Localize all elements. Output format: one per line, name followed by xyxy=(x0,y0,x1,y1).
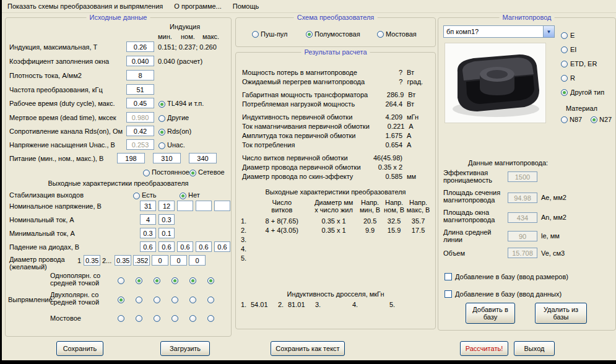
rds-on-label: Сопротивление канала Rds(on), Ом xyxy=(9,128,123,135)
radio-usat[interactable] xyxy=(158,142,165,149)
wire-diam-2-input[interactable] xyxy=(115,255,131,266)
source-data-group: Исходные данные Индукция мин. ном. макс.… xyxy=(5,17,232,337)
row-num: 3. xyxy=(241,236,253,243)
radio-half-bridge-label: Полумостовая xyxy=(315,30,360,38)
radio-core-type-etd-er[interactable] xyxy=(561,61,568,67)
checkbox-add-by-data[interactable] xyxy=(445,290,452,298)
checkbox-add-by-dimensions[interactable] xyxy=(445,273,452,280)
outputs-header: Выходные характеристики преобразователя xyxy=(6,180,231,187)
radio-rect-bridge-ch2[interactable] xyxy=(136,315,142,322)
radio-stab-no[interactable] xyxy=(180,193,186,199)
radio-other-controllers[interactable] xyxy=(158,115,165,122)
radio-core-type-ei[interactable] xyxy=(561,46,568,53)
radio-rect-unipolar-ch1[interactable] xyxy=(118,277,124,284)
radio-rect-unipolar-ch5[interactable] xyxy=(189,277,196,284)
delete-from-database-button[interactable]: Удалить из базы xyxy=(535,303,587,324)
wire-diam-3-input[interactable] xyxy=(133,255,150,266)
radio-rect-bipolar-ch1[interactable] xyxy=(118,297,124,303)
radio-rect-unipolar-ch4[interactable] xyxy=(171,277,178,284)
radio-material-n87[interactable] xyxy=(561,116,568,123)
wire-diam-4-input[interactable] xyxy=(152,255,168,266)
radio-rect-bipolar-ch4[interactable] xyxy=(171,297,178,303)
voltage-ch1-input[interactable] xyxy=(140,201,156,211)
load-button[interactable]: Загрузить xyxy=(160,341,210,356)
result-label: Мощность потерь в магнитопроводе xyxy=(242,69,364,76)
current-density-input[interactable] xyxy=(126,70,154,80)
radio-material-n27[interactable] xyxy=(591,116,597,123)
menu-item-show-schemes[interactable]: Показать схемы преобразования и выпрямле… xyxy=(2,1,168,12)
supply-min-input[interactable] xyxy=(117,153,145,163)
menu-item-about[interactable]: О программе... xyxy=(168,1,227,12)
supply-nom-input[interactable] xyxy=(153,153,181,163)
fill-factor-calc: 0.040 (расчет) xyxy=(158,58,202,65)
wire-diam-6-input[interactable] xyxy=(189,255,206,266)
result-label: Число витков первичной обмотки xyxy=(242,154,364,162)
wire-diam-5-input[interactable] xyxy=(170,255,187,266)
current-ch1-input[interactable] xyxy=(140,214,156,225)
core-select-combo[interactable]: бп комп1? ▼ xyxy=(443,25,555,38)
bmax-input[interactable] xyxy=(126,41,154,52)
radio-rect-bridge-ch1[interactable] xyxy=(118,315,124,322)
min-current-ch2-input[interactable] xyxy=(158,228,175,238)
combo-dropdown-arrow-icon[interactable]: ▼ xyxy=(543,26,554,37)
output-table-header-2: витковх число жилмин, Вном, Вмакс, В xyxy=(241,206,432,214)
radio-core-type-other[interactable] xyxy=(561,89,568,96)
exit-button[interactable]: Выход xyxy=(514,341,555,356)
radio-full-bridge-label: Мостовая xyxy=(386,30,417,38)
results-group: Результаты расчета Мощность потерь в маг… xyxy=(235,52,436,329)
permeability-label: Эффективная проницаемость xyxy=(443,169,505,184)
radio-core-type-r[interactable] xyxy=(561,75,568,82)
voltage-ch3-input[interactable] xyxy=(177,201,193,211)
add-to-database-button[interactable]: Добавить в базу xyxy=(466,303,515,324)
min-current-ch1-input[interactable] xyxy=(140,228,156,238)
radio-tl494[interactable] xyxy=(158,101,165,108)
radio-half-bridge[interactable] xyxy=(306,31,313,38)
radio-stab-yes[interactable] xyxy=(133,193,140,199)
radio-core-type-e[interactable] xyxy=(561,32,568,39)
voltage-ch4-input[interactable] xyxy=(196,201,212,211)
diode-drop-ch4-input[interactable] xyxy=(196,241,212,252)
rds-on-input[interactable] xyxy=(126,126,154,136)
fill-factor-input[interactable] xyxy=(126,56,154,66)
radio-rect-unipolar-ch2[interactable] xyxy=(136,277,142,284)
diode-drop-ch5-input[interactable] xyxy=(214,241,230,252)
result-value: 4.209 xyxy=(364,113,402,121)
radio-supply-mains[interactable] xyxy=(189,170,196,176)
result-value: ? xyxy=(365,78,402,85)
material-label: Материал xyxy=(566,105,597,112)
result-unit: Вт xyxy=(402,100,430,108)
radio-rect-bridge-ch5[interactable] xyxy=(189,315,196,322)
diode-drop-ch2-input[interactable] xyxy=(158,241,175,252)
radio-rds-on[interactable] xyxy=(158,129,165,136)
radio-rect-bipolar-ch3[interactable] xyxy=(154,297,160,303)
frequency-input[interactable] xyxy=(126,84,154,95)
result-unit: А xyxy=(404,123,430,130)
current-ch2-input[interactable] xyxy=(158,214,175,225)
radio-full-bridge[interactable] xyxy=(377,31,384,38)
radio-rect-bridge-ch6[interactable] xyxy=(207,315,214,322)
supply-max-input[interactable] xyxy=(189,153,217,163)
menu-item-help[interactable]: Помощь xyxy=(227,1,265,12)
radio-rect-unipolar-ch6[interactable] xyxy=(207,277,214,284)
save-button[interactable]: Сохранить xyxy=(56,341,103,356)
radio-rect-bipolar-ch2[interactable] xyxy=(136,297,142,303)
voltage-ch2-input[interactable] xyxy=(158,201,175,211)
radio-push-pull[interactable] xyxy=(252,31,259,38)
wire-diam-1-input[interactable] xyxy=(84,255,100,266)
radio-rect-bipolar-ch6[interactable] xyxy=(207,297,214,303)
radio-supply-dc[interactable] xyxy=(143,170,150,176)
voltage-ch5-input[interactable] xyxy=(214,201,230,211)
radio-rect-bipolar-ch5[interactable] xyxy=(189,297,196,303)
diode-drop-ch3-input[interactable] xyxy=(177,241,193,252)
result-label: Диаметр провода по скин-эффекту xyxy=(242,173,364,180)
save-as-text-button[interactable]: Сохранить как текст xyxy=(271,341,345,356)
calculate-button[interactable]: Рассчитать! xyxy=(460,341,508,356)
diode-drop-ch1-input[interactable] xyxy=(140,241,156,252)
radio-rect-bridge-ch3[interactable] xyxy=(154,315,160,322)
magnetic-core-title: Магнитопровод xyxy=(500,14,555,21)
radio-stab-yes-label: Есть xyxy=(142,191,156,199)
duty-cycle-input[interactable] xyxy=(126,98,154,108)
radio-rect-unipolar-ch3[interactable] xyxy=(154,277,160,284)
diode-drop-label: Падение на диодах, В xyxy=(9,243,79,251)
radio-rect-bridge-ch4[interactable] xyxy=(171,315,178,322)
